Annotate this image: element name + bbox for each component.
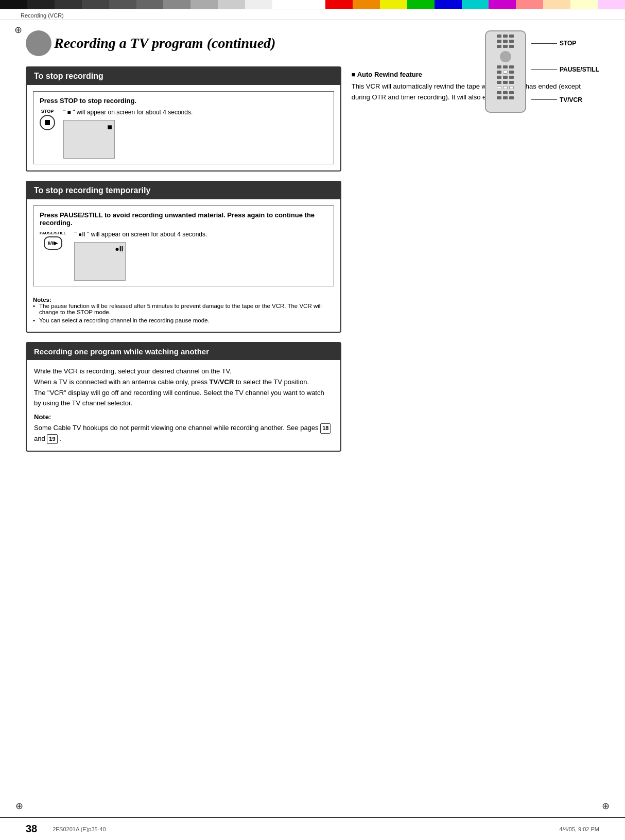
page-ref-2: 19 xyxy=(47,434,57,444)
stop-screen-text: " ■ " will appear on screen for about 4 … xyxy=(63,109,327,116)
breadcrumb: Recording (VCR) xyxy=(21,12,64,19)
crosshair-bl: ⊕ xyxy=(15,800,23,812)
pause-btn-symbol: II/II▶ xyxy=(48,241,58,246)
stop-button-repr: STOP xyxy=(40,109,55,130)
pause-screen-text: " ●II " will appear on screen for about … xyxy=(74,231,327,238)
note-end: . xyxy=(59,435,61,442)
note-item-2: You can select a recording channel in th… xyxy=(33,317,334,323)
note-body: Some Cable TV hookups do not permit view… xyxy=(34,424,319,432)
stop-temp-title: To stop recording temporarily xyxy=(27,182,340,199)
stop-instruction-box: Press STOP to stop recording. STOP " xyxy=(33,91,334,164)
one-program-line2-text: When a TV is connected with an antenna c… xyxy=(34,378,309,386)
page-ref-1: 18 xyxy=(320,423,331,434)
page-header: Recording (VCR) xyxy=(0,9,625,20)
remote-area: STOP PAUSE/STILL TV/VCR xyxy=(485,30,599,113)
notes-list: The pause function will be released afte… xyxy=(33,303,334,323)
stop-recording-title: To stop recording xyxy=(27,67,340,85)
notes-area: Notes: The pause function will be releas… xyxy=(27,293,340,332)
crosshair-tl: ⊕ xyxy=(14,24,22,36)
note-item-1: The pause function will be released afte… xyxy=(33,303,334,315)
pause-btn-label: PAUSE/STILL xyxy=(40,231,66,235)
notes-title: Notes: xyxy=(33,297,334,303)
page-number: 38 xyxy=(26,823,37,835)
stop-screen-symbol: ■ xyxy=(107,123,112,132)
one-program-section: Recording one program while watching ano… xyxy=(26,342,341,452)
one-program-line3: The "VCR" display will go off and record… xyxy=(34,388,333,409)
pause-btn-circle: II/II▶ xyxy=(44,236,62,250)
stop-screen-preview: ■ xyxy=(63,120,115,159)
one-program-note: Note: Some Cable TV hookups do not permi… xyxy=(34,412,333,444)
pause-screen-symbol: ●II xyxy=(115,245,123,253)
remote-image xyxy=(485,30,526,113)
remote-stop-label: STOP xyxy=(560,40,576,47)
stop-symbol xyxy=(45,120,50,125)
one-program-title: Recording one program while watching ano… xyxy=(27,343,340,360)
footer-left-info: 2FS0201A (E)p35-40 xyxy=(53,826,559,832)
pause-screen-preview: ●II xyxy=(74,242,126,281)
remote-labels: STOP PAUSE/STILL TV/VCR xyxy=(531,30,599,113)
footer-right-info: 4/4/05, 9:02 PM xyxy=(559,826,599,832)
stop-recording-section: To stop recording Press STOP to stop rec… xyxy=(26,66,341,172)
stop-btn-label: STOP xyxy=(41,109,54,114)
note-label: Note: xyxy=(34,413,51,421)
one-program-content: While the VCR is recording, select your … xyxy=(27,360,340,451)
remote-tvvcr-label: TV/VCR xyxy=(560,96,582,104)
stop-btn-circle xyxy=(40,115,55,130)
crosshair-br: ⊕ xyxy=(602,800,610,812)
pause-button-repr: PAUSE/STILL II/II▶ xyxy=(40,231,66,250)
page-title: Recording a TV program (continued) xyxy=(46,35,275,52)
pause-instruction-title: Press PAUSE/STILL to avoid recording unw… xyxy=(40,211,327,227)
remote-pause-label: PAUSE/STILL xyxy=(560,66,599,73)
pause-instruction-box: Press PAUSE/STILL to avoid recording unw… xyxy=(33,205,334,286)
stop-temp-section: To stop recording temporarily Press PAUS… xyxy=(26,181,341,333)
and-text: and xyxy=(34,435,45,442)
one-program-line1: While the VCR is recording, select your … xyxy=(34,366,333,377)
one-program-line2: When a TV is connected with an antenna c… xyxy=(34,377,333,388)
page-footer: 38 2FS0201A (E)p35-40 4/4/05, 9:02 PM xyxy=(0,817,625,840)
stop-instruction-title: Press STOP to stop recording. xyxy=(40,97,327,105)
